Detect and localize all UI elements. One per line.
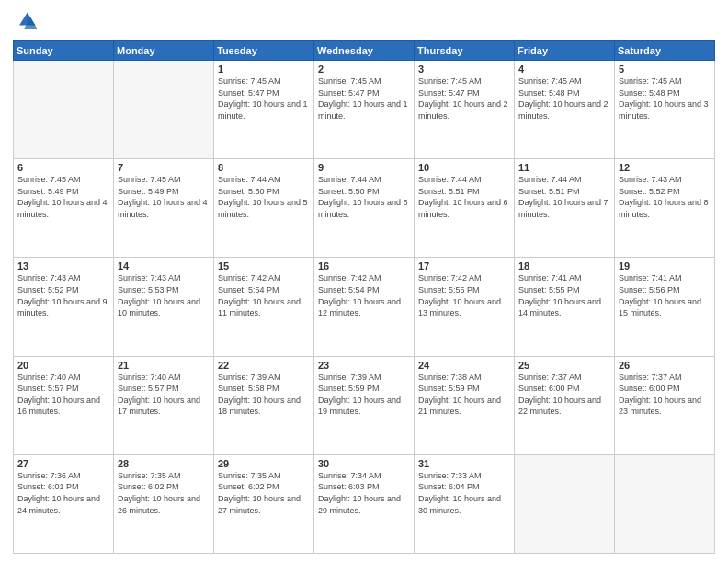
day-info: Sunrise: 7:40 AM Sunset: 5:57 PM Dayligh… [118,372,210,418]
day-number: 12 [619,162,711,173]
day-info: Sunrise: 7:37 AM Sunset: 6:00 PM Dayligh… [518,372,610,418]
day-info: Sunrise: 7:42 AM Sunset: 5:54 PM Dayligh… [318,272,410,318]
calendar-cell [114,61,214,159]
day-number: 21 [118,360,210,371]
day-number: 2 [318,63,410,75]
day-info: Sunrise: 7:40 AM Sunset: 5:57 PM Dayligh… [17,372,109,418]
calendar-cell: 16Sunrise: 7:42 AM Sunset: 5:54 PM Dayli… [314,258,415,356]
day-info: Sunrise: 7:44 AM Sunset: 5:51 PM Dayligh… [518,174,610,220]
day-number: 9 [318,162,410,173]
calendar-cell: 1Sunrise: 7:45 AM Sunset: 5:47 PM Daylig… [214,61,314,159]
day-info: Sunrise: 7:45 AM Sunset: 5:49 PM Dayligh… [118,174,210,220]
day-number: 4 [518,63,610,75]
day-of-week-header: Friday [515,41,615,61]
calendar-cell: 17Sunrise: 7:42 AM Sunset: 5:55 PM Dayli… [415,258,515,356]
calendar-cell: 24Sunrise: 7:38 AM Sunset: 5:59 PM Dayli… [415,356,515,454]
day-info: Sunrise: 7:41 AM Sunset: 5:55 PM Dayligh… [518,272,610,318]
day-number: 16 [318,260,410,271]
calendar-cell: 2Sunrise: 7:45 AM Sunset: 5:47 PM Daylig… [314,61,415,159]
day-info: Sunrise: 7:45 AM Sunset: 5:48 PM Dayligh… [619,75,711,121]
calendar-cell [14,61,114,159]
calendar-cell: 27Sunrise: 7:36 AM Sunset: 6:01 PM Dayli… [14,454,114,553]
calendar-cell: 25Sunrise: 7:37 AM Sunset: 6:00 PM Dayli… [515,356,615,454]
day-number: 26 [619,360,711,371]
calendar-cell: 26Sunrise: 7:37 AM Sunset: 6:00 PM Dayli… [615,356,715,454]
day-info: Sunrise: 7:45 AM Sunset: 5:47 PM Dayligh… [418,75,510,121]
calendar-cell: 23Sunrise: 7:39 AM Sunset: 5:59 PM Dayli… [314,356,415,454]
day-info: Sunrise: 7:33 AM Sunset: 6:04 PM Dayligh… [418,470,510,516]
calendar-cell [515,454,615,553]
day-number: 20 [17,360,109,371]
calendar-header-row: SundayMondayTuesdayWednesdayThursdayFrid… [14,41,715,61]
calendar-week-row: 6Sunrise: 7:45 AM Sunset: 5:49 PM Daylig… [14,159,715,258]
day-number: 30 [318,458,410,469]
calendar-cell: 3Sunrise: 7:45 AM Sunset: 5:47 PM Daylig… [415,61,515,159]
day-info: Sunrise: 7:44 AM Sunset: 5:51 PM Dayligh… [418,174,510,220]
calendar-cell: 22Sunrise: 7:39 AM Sunset: 5:58 PM Dayli… [214,356,314,454]
day-number: 28 [118,458,210,469]
day-of-week-header: Wednesday [314,41,415,61]
calendar-cell: 5Sunrise: 7:45 AM Sunset: 5:48 PM Daylig… [615,61,715,159]
calendar-cell: 9Sunrise: 7:44 AM Sunset: 5:50 PM Daylig… [314,159,415,258]
calendar-cell: 28Sunrise: 7:35 AM Sunset: 6:02 PM Dayli… [114,454,214,553]
day-info: Sunrise: 7:42 AM Sunset: 5:55 PM Dayligh… [418,272,510,318]
logo-icon [13,9,39,35]
day-of-week-header: Thursday [415,41,515,61]
calendar-cell: 30Sunrise: 7:34 AM Sunset: 6:03 PM Dayli… [314,454,415,553]
calendar-cell: 7Sunrise: 7:45 AM Sunset: 5:49 PM Daylig… [114,159,214,258]
day-number: 11 [518,162,610,173]
calendar-table: SundayMondayTuesdayWednesdayThursdayFrid… [13,40,715,554]
header [13,9,715,35]
day-info: Sunrise: 7:45 AM Sunset: 5:49 PM Dayligh… [17,174,109,220]
calendar-cell: 4Sunrise: 7:45 AM Sunset: 5:48 PM Daylig… [515,61,615,159]
calendar-cell: 6Sunrise: 7:45 AM Sunset: 5:49 PM Daylig… [14,159,114,258]
day-info: Sunrise: 7:45 AM Sunset: 5:48 PM Dayligh… [518,75,610,121]
day-number: 29 [218,458,310,469]
day-number: 1 [218,63,310,75]
day-number: 23 [318,360,410,371]
day-info: Sunrise: 7:37 AM Sunset: 6:00 PM Dayligh… [619,372,711,418]
calendar-week-row: 1Sunrise: 7:45 AM Sunset: 5:47 PM Daylig… [14,61,715,159]
day-number: 18 [518,260,610,271]
calendar-week-row: 27Sunrise: 7:36 AM Sunset: 6:01 PM Dayli… [14,454,715,553]
day-of-week-header: Sunday [14,41,114,61]
day-info: Sunrise: 7:43 AM Sunset: 5:52 PM Dayligh… [17,272,109,318]
page: SundayMondayTuesdayWednesdayThursdayFrid… [0,0,728,563]
day-number: 27 [17,458,109,469]
day-number: 3 [418,63,510,75]
day-number: 7 [118,162,210,173]
day-number: 17 [418,260,510,271]
calendar-cell: 15Sunrise: 7:42 AM Sunset: 5:54 PM Dayli… [214,258,314,356]
calendar-week-row: 13Sunrise: 7:43 AM Sunset: 5:52 PM Dayli… [14,258,715,356]
calendar-cell: 20Sunrise: 7:40 AM Sunset: 5:57 PM Dayli… [14,356,114,454]
logo [13,9,42,35]
day-number: 25 [518,360,610,371]
day-number: 8 [218,162,310,173]
day-of-week-header: Saturday [615,41,715,61]
day-info: Sunrise: 7:43 AM Sunset: 5:52 PM Dayligh… [619,174,711,220]
calendar-cell: 21Sunrise: 7:40 AM Sunset: 5:57 PM Dayli… [114,356,214,454]
day-info: Sunrise: 7:43 AM Sunset: 5:53 PM Dayligh… [118,272,210,318]
calendar-cell: 31Sunrise: 7:33 AM Sunset: 6:04 PM Dayli… [415,454,515,553]
day-of-week-header: Tuesday [214,41,314,61]
day-info: Sunrise: 7:39 AM Sunset: 5:59 PM Dayligh… [318,372,410,418]
day-number: 31 [418,458,510,469]
calendar-cell: 14Sunrise: 7:43 AM Sunset: 5:53 PM Dayli… [114,258,214,356]
day-info: Sunrise: 7:38 AM Sunset: 5:59 PM Dayligh… [418,372,510,418]
calendar-cell: 11Sunrise: 7:44 AM Sunset: 5:51 PM Dayli… [515,159,615,258]
calendar-week-row: 20Sunrise: 7:40 AM Sunset: 5:57 PM Dayli… [14,356,715,454]
calendar-cell: 13Sunrise: 7:43 AM Sunset: 5:52 PM Dayli… [14,258,114,356]
calendar-cell: 10Sunrise: 7:44 AM Sunset: 5:51 PM Dayli… [415,159,515,258]
day-info: Sunrise: 7:35 AM Sunset: 6:02 PM Dayligh… [118,470,210,516]
day-number: 10 [418,162,510,173]
day-number: 15 [218,260,310,271]
calendar-cell: 18Sunrise: 7:41 AM Sunset: 5:55 PM Dayli… [515,258,615,356]
day-info: Sunrise: 7:39 AM Sunset: 5:58 PM Dayligh… [218,372,310,418]
day-info: Sunrise: 7:44 AM Sunset: 5:50 PM Dayligh… [218,174,310,220]
day-info: Sunrise: 7:42 AM Sunset: 5:54 PM Dayligh… [218,272,310,318]
calendar-cell: 19Sunrise: 7:41 AM Sunset: 5:56 PM Dayli… [615,258,715,356]
day-number: 13 [17,260,109,271]
day-number: 19 [619,260,711,271]
calendar-cell: 12Sunrise: 7:43 AM Sunset: 5:52 PM Dayli… [615,159,715,258]
day-of-week-header: Monday [114,41,214,61]
